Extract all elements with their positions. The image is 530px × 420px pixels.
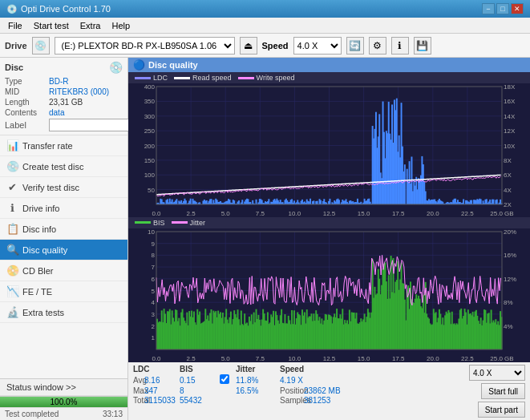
disc-section: Disc 💿 Type BD-R MID RITEKBR3 (000) Leng… — [0, 58, 127, 135]
disc-length-row: Length 23,31 GB — [5, 98, 123, 107]
drive-label: Drive — [5, 41, 27, 50]
refresh-button[interactable]: 🔄 — [346, 37, 364, 55]
status-section: Status window >> 100.0% Test completed 3… — [0, 378, 127, 420]
total-label: Total — [133, 396, 144, 405]
nav-extra-tests[interactable]: 🔬 Extra tests — [0, 302, 127, 323]
app-title: Opti Drive Control 1.70 — [21, 4, 111, 14]
extra-tests-icon: 🔬 — [6, 306, 18, 318]
drive-select[interactable]: (E:) PLEXTOR BD-R PX-LB950SA 1.06 — [55, 37, 235, 55]
total-ldc: 3115033 — [144, 396, 180, 405]
disc-contents-value: data — [49, 108, 123, 117]
jitter-legend-color — [172, 221, 188, 224]
status-window-button[interactable]: Status window >> — [0, 379, 127, 396]
nav-disc-quality[interactable]: 🔍 Disc quality — [0, 240, 127, 260]
speed-label: Speed — [262, 41, 289, 50]
progress-bar-container: 100.0% — [0, 396, 127, 407]
max-label: Max — [133, 386, 144, 395]
legend-bis: BIS — [135, 219, 165, 227]
nav-transfer-rate[interactable]: 📊 Transfer rate — [0, 135, 127, 156]
nav-disc-info-label: Disc info — [22, 224, 56, 234]
progress-text: 100.0% — [0, 397, 127, 407]
save-button[interactable]: 💾 — [414, 37, 431, 55]
disc-label-key: Label — [5, 120, 49, 130]
samples-label: Samples — [280, 396, 304, 405]
pos-label: Position — [280, 386, 304, 395]
menu-extra[interactable]: Extra — [75, 19, 106, 32]
disc-type-row: Type BD-R — [5, 77, 123, 86]
bottom-chart-canvas — [128, 228, 530, 362]
maximize-button[interactable]: □ — [496, 3, 509, 14]
nav-create-test[interactable]: 💿 Create test disc — [0, 156, 127, 177]
total-bis: 55432 — [180, 396, 220, 405]
avg-speed-select[interactable]: 4.0 X — [469, 365, 525, 381]
transfer-rate-icon: 📊 — [6, 139, 18, 151]
start-part-button[interactable]: Start part — [478, 402, 525, 418]
legend-write-speed: Write speed — [238, 74, 295, 82]
time-text: 33:13 — [103, 410, 123, 418]
cd-bler-icon: 📀 — [6, 265, 18, 277]
stats-avg-row: Avg 8.16 0.15 11.8% 4.19 X — [133, 374, 464, 386]
menu-start-test[interactable]: Start test — [29, 19, 74, 32]
status-window-label: Status window >> — [6, 382, 76, 392]
avg-speed: 4.19 X — [280, 376, 332, 385]
disc-header: Disc 💿 — [5, 61, 123, 74]
eject-button[interactable]: ⏏ — [240, 37, 257, 55]
disc-quality-icon: 🔍 — [6, 244, 18, 256]
ldc-legend-color — [135, 77, 151, 79]
ldc-legend-text: LDC — [153, 74, 168, 82]
disc-info-icon: 📋 — [6, 223, 18, 235]
avg-jitter: 11.8% — [236, 376, 280, 385]
close-button[interactable]: ✕ — [511, 3, 524, 14]
jitter-checkbox[interactable] — [220, 374, 229, 384]
disc-mid-label: MID — [5, 87, 49, 96]
nav-fe-te[interactable]: 📉 FE / TE — [0, 281, 127, 302]
max-ldc: 347 — [144, 386, 180, 395]
speed-select[interactable]: 4.0 X — [293, 37, 342, 55]
legend-ldc: LDC — [135, 74, 168, 82]
drive-info-icon: ℹ — [6, 202, 18, 214]
stats-bar: LDC BIS Jitter Speed Avg 8.16 0.15 11.8%… — [128, 361, 530, 420]
create-test-icon: 💿 — [6, 160, 18, 172]
bis-legend-text: BIS — [153, 219, 165, 227]
nav-fe-te-label: FE / TE — [22, 287, 52, 297]
max-jitter: 16.5% — [236, 386, 280, 395]
stats-controls: 4.0 X Start full Start part — [469, 365, 525, 418]
title-bar-title: 💿 Opti Drive Control 1.70 — [6, 4, 111, 14]
nav-verify-disc[interactable]: ✔ Verify test disc — [0, 177, 127, 198]
disc-section-icon: 💿 — [109, 61, 123, 74]
chart-header-icon: 🔵 — [133, 59, 145, 71]
start-full-button[interactable]: Start full — [481, 383, 525, 399]
nav-transfer-rate-label: Transfer rate — [22, 141, 73, 151]
nav-cd-bler[interactable]: 📀 CD Bler — [0, 260, 127, 281]
minimize-button[interactable]: − — [482, 3, 495, 14]
nav-drive-info-label: Drive info — [22, 204, 59, 213]
toolbar: Drive 💿 (E:) PLEXTOR BD-R PX-LB950SA 1.0… — [0, 34, 530, 58]
menu-file[interactable]: File — [3, 19, 27, 32]
nav-create-test-label: Create test disc — [22, 162, 83, 172]
bottom-chart-canvas-area — [128, 228, 530, 362]
stats-jitter-check — [220, 365, 236, 374]
chart-header-title: Disc quality — [148, 60, 198, 70]
bottom-chart-section: BIS Jitter — [128, 217, 530, 362]
fe-te-icon: 📉 — [6, 285, 18, 297]
jitter-legend-text: Jitter — [190, 219, 206, 227]
info-button[interactable]: ℹ — [391, 37, 409, 55]
nav-disc-quality-label: Disc quality — [22, 245, 67, 255]
disc-mid-row: MID RITEKBR3 (000) — [5, 87, 123, 96]
nav-disc-info[interactable]: 📋 Disc info — [0, 219, 127, 240]
top-chart-section: LDC Read speed Write speed — [128, 72, 530, 217]
stats-speed-header: Speed — [280, 365, 332, 374]
settings-button[interactable]: ⚙ — [369, 37, 386, 55]
left-panel: Disc 💿 Type BD-R MID RITEKBR3 (000) Leng… — [0, 58, 128, 420]
stats-bis-header: BIS — [180, 365, 220, 374]
write-speed-legend-text: Write speed — [257, 74, 295, 82]
top-chart-legend: LDC Read speed Write speed — [128, 72, 530, 83]
title-bar: 💿 Opti Drive Control 1.70 − □ ✕ — [0, 0, 530, 18]
right-panel: 🔵 Disc quality LDC Read speed Write spee… — [128, 58, 530, 420]
drive-icon-btn[interactable]: 💿 — [32, 37, 50, 55]
menu-help[interactable]: Help — [107, 19, 135, 32]
main-content: Disc 💿 Type BD-R MID RITEKBR3 (000) Leng… — [0, 58, 530, 420]
nav-cd-bler-label: CD Bler — [22, 266, 54, 276]
nav-drive-info[interactable]: ℹ Drive info — [0, 198, 127, 219]
pos-value: 23862 MB — [304, 386, 341, 395]
